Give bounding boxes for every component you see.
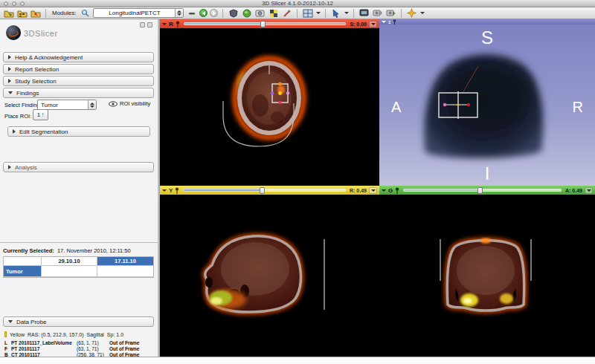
panel-pin-icon[interactable]: [140, 22, 145, 27]
section-study-selection[interactable]: Study Selection: [3, 76, 154, 86]
yellow-view-label: Y: [169, 187, 173, 194]
toolbar-separator: [297, 9, 298, 18]
layer-ijk: (63, 1, 71): [77, 346, 109, 351]
place-roi-button[interactable]: 1 ↑: [33, 109, 48, 120]
red-slice-offset-slider[interactable]: [184, 22, 347, 26]
toolbar-separator: [45, 9, 46, 18]
slider-handle[interactable]: [477, 187, 483, 194]
mouse-interaction-icon[interactable]: [330, 8, 341, 18]
main-toolbar: Modules: LongitudinalPETCT: [0, 7, 595, 19]
red-slice-menu-button[interactable]: [369, 21, 377, 27]
study-cell[interactable]: [42, 266, 97, 277]
view-menu-icon[interactable]: [162, 23, 167, 25]
yellow-slice-offset-slider[interactable]: [183, 188, 346, 192]
red-slice-offset-value: S: 0.00: [350, 22, 367, 27]
view-menu-icon[interactable]: [382, 21, 386, 23]
section-analysis[interactable]: Analysis: [3, 162, 154, 172]
mouse-mode-dropdown-caret[interactable]: [344, 12, 349, 14]
section-label: Data Probe: [16, 319, 46, 325]
probe-spacing: Sp: 1.0: [107, 332, 123, 337]
section-label: Study Selection: [15, 78, 57, 85]
roi-visibility-label: ROI visibility: [120, 100, 150, 107]
pin-icon[interactable]: [393, 19, 396, 25]
globe-module-icon[interactable]: [241, 8, 252, 18]
panel-bottom-block: Currently Selected: 17. November 2010, 1…: [0, 242, 158, 357]
module-selector[interactable]: LongitudinalPETCT: [93, 8, 184, 18]
layer-value: Out of Frame: [109, 340, 139, 345]
study-column-1[interactable]: 29.10.10: [42, 257, 97, 266]
data-probe-slice-info: Yellow RAS: (0.5, 212.9, 157.0) Sagittal…: [4, 331, 123, 337]
green-slice-menu-button[interactable]: [585, 187, 593, 194]
study-table-data-row: Tumor: [4, 266, 153, 277]
pen-module-icon[interactable]: [281, 8, 292, 18]
crosshair-star-icon[interactable]: [406, 8, 417, 18]
camera-module-icon[interactable]: [254, 8, 266, 18]
roi-visibility-toggle[interactable]: ROI visibility: [109, 100, 150, 107]
yellow-slice-menu-button[interactable]: [369, 187, 377, 194]
finding-row-label[interactable]: Tumor: [4, 266, 42, 277]
previous-module-button[interactable]: [199, 9, 208, 17]
data-probe-layer-row: L PT 20101117_LabelVolume (63, 1, 71) Ou…: [4, 340, 139, 345]
toolbar-separator: [401, 9, 402, 18]
section-edit-segmentation[interactable]: Edit Segmentation: [7, 126, 150, 137]
orientation-inferior-label: I: [485, 163, 490, 184]
module-search-icon[interactable]: [80, 8, 91, 18]
green-slice-offset-slider[interactable]: [403, 188, 562, 192]
checkerboard-module-icon[interactable]: [268, 8, 279, 18]
study-table: 29.10.10 17.11.10 Tumor: [3, 256, 154, 278]
module-selector-value: LongitudinalPETCT: [94, 10, 175, 16]
eye-icon: [109, 101, 118, 107]
screen-capture-icon[interactable]: [358, 8, 370, 18]
probe-view-color: Yellow: [10, 332, 25, 337]
next-module-button[interactable]: [210, 9, 218, 17]
save-scene-icon[interactable]: [30, 8, 41, 18]
orientation-right-label: R: [573, 99, 583, 116]
slicer-logo-text: 3DSlicer: [24, 29, 58, 38]
section-label: Report Selection: [15, 66, 59, 73]
study-table-corner-cell: [4, 257, 42, 266]
scene-view-add-icon[interactable]: [385, 8, 396, 18]
caret-down-icon: [8, 320, 13, 323]
sagittal-slice-image[interactable]: [160, 195, 379, 357]
module-history-icon[interactable]: [186, 8, 197, 18]
section-label: Findings: [16, 90, 39, 97]
yellow-slice-controller: Y R: 0.49: [160, 186, 379, 195]
module-selector-stepper[interactable]: [175, 9, 183, 17]
load-scene-icon[interactable]: [3, 8, 14, 18]
pin-icon[interactable]: [176, 21, 180, 27]
toolbar-separator: [353, 9, 354, 18]
axial-slice-image[interactable]: [160, 28, 379, 186]
section-findings[interactable]: Findings: [3, 88, 154, 98]
view-menu-icon[interactable]: [162, 189, 167, 192]
red-view-label: R: [169, 21, 173, 27]
scene-view-icon[interactable]: [372, 8, 383, 18]
orientation-superior-label: S: [481, 27, 493, 48]
section-report-selection[interactable]: Report Selection: [3, 64, 154, 74]
coronal-slice-image[interactable]: [379, 195, 595, 357]
slider-handle[interactable]: [260, 21, 266, 27]
layout-grid-icon[interactable]: [302, 8, 313, 18]
layout-dropdown-caret[interactable]: [316, 12, 321, 14]
slider-handle[interactable]: [260, 187, 265, 194]
finding-selector-stepper[interactable]: [88, 100, 96, 109]
study-column-2-selected[interactable]: 17.11.10: [97, 257, 153, 266]
threed-view-controller: 1: [379, 19, 595, 25]
select-finding-label: Select Finding:: [4, 102, 42, 108]
finding-selector[interactable]: Tumor: [37, 100, 97, 110]
crosshair-dropdown-caret[interactable]: [420, 12, 425, 14]
toolbar-separator: [325, 9, 326, 18]
probe-orientation: Sagittal: [86, 332, 103, 337]
shield-module-icon[interactable]: [228, 8, 239, 18]
pin-icon[interactable]: [395, 187, 399, 194]
layer-code: F: [4, 346, 11, 351]
caret-right-icon: [8, 55, 11, 59]
volume-rendering-image[interactable]: S A R I: [379, 25, 595, 186]
section-data-probe[interactable]: Data Probe: [3, 316, 154, 327]
study-cell[interactable]: [97, 266, 153, 277]
module-panel: 3DSlicer Help & Acknowledgement Report S…: [0, 19, 158, 357]
pin-icon[interactable]: [175, 187, 179, 194]
section-help-acknowledgement[interactable]: Help & Acknowledgement: [3, 52, 154, 62]
view-menu-icon[interactable]: [382, 189, 386, 192]
panel-menu-icon[interactable]: [147, 22, 152, 27]
load-dicom-icon[interactable]: [16, 8, 28, 18]
